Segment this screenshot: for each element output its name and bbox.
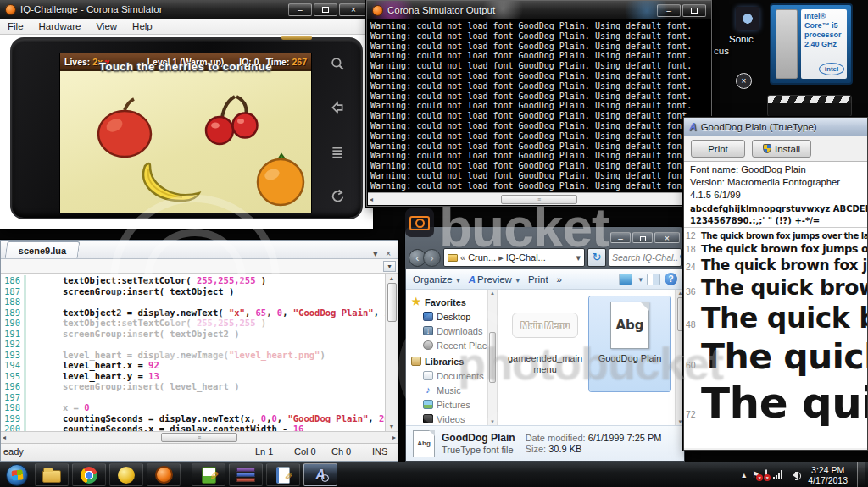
- sidebar-item-downloads[interactable]: ↓Downloads: [406, 324, 487, 338]
- scrollbar-thumb[interactable]: ≡: [161, 433, 237, 442]
- chevrons-left-icon[interactable]: «: [460, 252, 465, 263]
- console-output[interactable]: Warning: could not load font GoodDog Pla…: [368, 19, 710, 192]
- editor-navigation-bar[interactable]: ▾: [1, 259, 398, 274]
- scroll-up-icon[interactable]: ▲: [389, 275, 395, 281]
- forward-button[interactable]: ›: [423, 249, 441, 267]
- console-titlebar[interactable]: Corona Simulator Output –: [367, 1, 711, 19]
- minimize-button[interactable]: –: [288, 3, 312, 16]
- menu-item-view[interactable]: View: [88, 20, 125, 32]
- taskbar-explorer-button[interactable]: [35, 463, 69, 486]
- clock[interactable]: 3:24 PM 4/17/2013: [804, 465, 851, 485]
- scroll-right-icon[interactable]: ▸: [392, 434, 396, 441]
- signal-strength-icon[interactable]: [773, 470, 782, 479]
- scroll-up-icon[interactable]: ▲: [678, 291, 683, 296]
- scroll-left-icon[interactable]: ◂: [370, 196, 373, 203]
- sidebar-item-libraries[interactable]: Libraries: [406, 354, 487, 368]
- toolbar-overflow-icon[interactable]: »: [557, 274, 562, 285]
- scrollbar-thumb[interactable]: [387, 283, 397, 322]
- print-button[interactable]: Print: [528, 274, 548, 285]
- file-item[interactable]: [589, 391, 670, 425]
- refresh-button[interactable]: ↻: [587, 248, 606, 267]
- help-button[interactable]: ?: [665, 273, 677, 285]
- views-button[interactable]: [619, 274, 632, 285]
- show-desktop-button[interactable]: [857, 462, 865, 487]
- sidebar-item-documents[interactable]: Documents: [406, 368, 487, 383]
- scrollbar-thumb[interactable]: ≡: [501, 195, 577, 204]
- cherries[interactable]: [206, 97, 258, 144]
- scroll-down-icon[interactable]: ▼: [678, 419, 683, 424]
- preview-pane-button[interactable]: [647, 274, 660, 285]
- preview-button[interactable]: APreview ▾: [469, 274, 520, 285]
- network-icon[interactable]: ×: [765, 470, 767, 479]
- start-button[interactable]: [3, 463, 31, 486]
- address-bar[interactable]: « Crun... ▸ IQ-Chal... ▾: [443, 248, 585, 267]
- gadget-close-icon[interactable]: ×: [736, 73, 752, 89]
- sidebar-item-favorites[interactable]: ★Favorites: [406, 295, 487, 309]
- taskbar-chrome-button[interactable]: [72, 463, 106, 486]
- close-button[interactable]: ×: [654, 232, 680, 243]
- taskbar-image-editor-button[interactable]: [192, 463, 225, 486]
- menu-item-hardware[interactable]: Hardware: [31, 20, 89, 32]
- sidebar-scrollbar[interactable]: ▲ ▼: [487, 290, 498, 425]
- maximize-button[interactable]: [314, 3, 337, 16]
- apple[interactable]: [98, 99, 151, 157]
- minimize-button[interactable]: –: [610, 232, 631, 243]
- simulator-titlebar[interactable]: IQ-Challenge - Corona Simulator – ×: [0, 0, 373, 19]
- file-item-gooddog-plain[interactable]: AbgGoodDog Plain: [589, 296, 670, 391]
- console-horizontal-scrollbar[interactable]: ◂ ≡ ▸: [368, 192, 710, 205]
- scroll-up-icon[interactable]: ▲: [490, 291, 495, 296]
- organize-button[interactable]: Organize ▾: [413, 274, 460, 285]
- orange[interactable]: [258, 154, 303, 205]
- taskbar-winrar-button[interactable]: [229, 463, 263, 486]
- taskbar-corona-button[interactable]: [147, 463, 181, 486]
- tab-scene9-lua[interactable]: scene9.lua: [5, 241, 81, 258]
- desktop-disc-icon[interactable]: [736, 7, 760, 30]
- font-viewer-titlebar[interactable]: A GoodDog Plain (TrueType): [684, 118, 867, 136]
- game-screen[interactable]: Lives: 2x ♥ Level 1 (Warm-up) IQ: 0 Time…: [59, 53, 312, 213]
- return-softkey-icon[interactable]: [330, 189, 345, 204]
- menu-item-help[interactable]: Help: [125, 20, 160, 32]
- breadcrumb-current[interactable]: IQ-Chal...: [506, 252, 546, 263]
- close-button[interactable]: ×: [339, 3, 368, 16]
- scroll-down-icon[interactable]: ▼: [389, 423, 395, 429]
- print-button[interactable]: Print: [691, 140, 745, 158]
- chevron-down-icon[interactable]: ▾: [638, 275, 643, 284]
- editor-horizontal-scrollbar[interactable]: ◂ ≡ ▸: [1, 431, 398, 443]
- tray-expand-icon[interactable]: ▴: [742, 470, 746, 479]
- banana[interactable]: [143, 163, 199, 201]
- font-sample-text: The quick brown fox jumps over th: [701, 242, 867, 255]
- sidebar-item-pictures[interactable]: Pictures: [406, 397, 487, 412]
- taskbar-font-viewer-button[interactable]: A: [303, 463, 337, 486]
- volume-icon[interactable]: [788, 471, 798, 479]
- address-dropdown-icon[interactable]: ▾: [576, 252, 581, 263]
- code-area[interactable]: 186 textObject:setTextColor( 255,255,255…: [1, 274, 398, 431]
- minimize-button[interactable]: –: [657, 4, 681, 17]
- search-box[interactable]: Search IQ-Chal..: [609, 248, 682, 267]
- tab-close-icon[interactable]: ×: [386, 249, 391, 258]
- scrollbar-thumb[interactable]: [489, 332, 496, 383]
- menu-item-file[interactable]: File: [0, 20, 31, 32]
- menu-softkey-icon[interactable]: [330, 145, 345, 160]
- search-softkey-icon[interactable]: [330, 56, 345, 71]
- sidebar-item-recent-places[interactable]: Recent Places: [406, 338, 487, 352]
- sidebar-item-videos[interactable]: Videos: [406, 412, 487, 425]
- file-item-gameended_mainmenu[interactable]: Main Menugameended_mainmenu: [504, 296, 586, 391]
- corona-icon: [155, 466, 173, 484]
- back-softkey-icon[interactable]: [330, 100, 345, 115]
- file-item[interactable]: Graphics: [504, 391, 586, 425]
- action-center-icon[interactable]: ⚑×: [752, 470, 760, 479]
- sidebar-item-music[interactable]: ♪Music: [406, 383, 487, 397]
- editor-vertical-scrollbar[interactable]: ▲ ▼: [385, 274, 398, 431]
- taskbar-notepad-button[interactable]: [266, 463, 300, 486]
- sidebar-item-desktop[interactable]: Desktop: [406, 309, 487, 324]
- maximize-button[interactable]: [682, 4, 706, 17]
- taskbar-chrome-canary-button[interactable]: [109, 463, 143, 486]
- explorer-titlebar[interactable]: – ×: [405, 227, 685, 246]
- maximize-button[interactable]: [632, 232, 653, 243]
- breadcrumb-parent[interactable]: Crun...: [468, 252, 496, 263]
- combo-dropdown-icon[interactable]: ▾: [383, 261, 396, 272]
- install-button[interactable]: Install: [752, 140, 811, 158]
- scroll-down-icon[interactable]: ▼: [490, 419, 495, 424]
- tab-list-dropdown-icon[interactable]: ▾: [373, 249, 377, 258]
- scroll-left-icon[interactable]: ◂: [3, 434, 6, 441]
